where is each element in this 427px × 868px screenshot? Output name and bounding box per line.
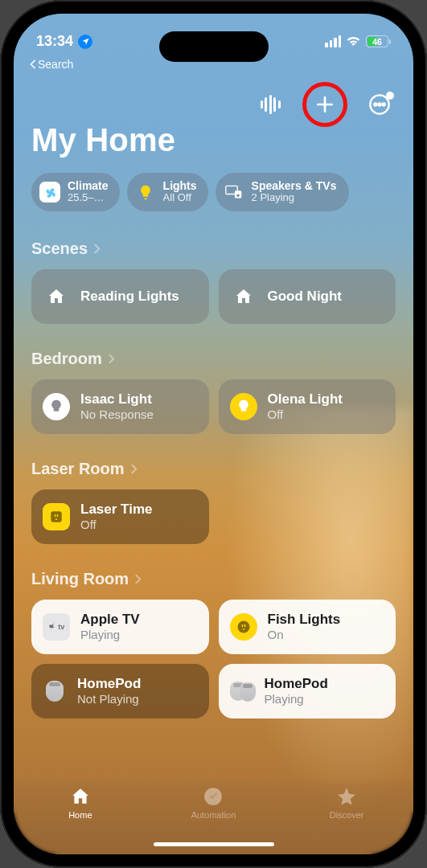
chevron-right-icon bbox=[134, 573, 142, 585]
homepod-pair-icon bbox=[230, 679, 254, 703]
accessory-apple-tv[interactable]: tv Apple TV Playing bbox=[31, 600, 209, 654]
scene-good-night[interactable]: Good Night bbox=[219, 269, 396, 324]
scenes-header[interactable]: Scenes bbox=[31, 240, 396, 258]
cellular-icon bbox=[325, 35, 341, 47]
pill-status: All Off bbox=[163, 192, 197, 203]
home-indicator[interactable] bbox=[154, 842, 274, 846]
fan-icon bbox=[39, 182, 60, 203]
svg-rect-7 bbox=[51, 511, 62, 522]
tile-title: Laser Time bbox=[80, 502, 152, 518]
pill-label: Lights bbox=[163, 180, 197, 192]
dynamic-island bbox=[159, 31, 269, 62]
living-room-header[interactable]: Living Room bbox=[31, 570, 396, 588]
tile-status: Playing bbox=[265, 692, 328, 706]
page-title: My Home bbox=[31, 122, 396, 158]
section-title: Bedroom bbox=[31, 350, 102, 368]
add-accessory-highlight bbox=[302, 82, 347, 127]
pill-label: Speakers & TVs bbox=[252, 180, 337, 192]
tile-title: HomePod bbox=[77, 676, 141, 692]
home-settings-button[interactable] bbox=[363, 88, 396, 121]
svg-point-3 bbox=[383, 103, 385, 105]
location-icon bbox=[78, 35, 92, 49]
tile-status: Playing bbox=[80, 628, 140, 641]
section-title: Scenes bbox=[31, 240, 88, 258]
laser-room-header[interactable]: Laser Room bbox=[31, 460, 396, 478]
tab-label: Automation bbox=[191, 810, 236, 820]
status-pills: Climate 25.5–… Lights All Off bbox=[31, 173, 396, 211]
section-title: Living Room bbox=[31, 570, 129, 588]
pill-status: 25.5–… bbox=[68, 192, 109, 203]
tile-status: Off bbox=[80, 518, 152, 531]
back-label: Search bbox=[38, 58, 73, 71]
chevron-right-icon bbox=[108, 353, 115, 365]
clock-check-icon bbox=[202, 786, 224, 807]
add-button[interactable] bbox=[314, 94, 335, 115]
tile-title: Reading Lights bbox=[80, 289, 179, 305]
star-icon bbox=[335, 786, 358, 807]
svg-rect-12 bbox=[241, 624, 243, 627]
house-icon bbox=[230, 283, 257, 310]
svg-point-2 bbox=[378, 103, 380, 105]
chevron-right-icon bbox=[93, 243, 101, 255]
svg-rect-8 bbox=[55, 514, 56, 517]
tv-speaker-icon bbox=[224, 182, 244, 203]
appletv-icon: tv bbox=[43, 613, 70, 641]
bulb-icon bbox=[135, 182, 156, 203]
tab-label: Discover bbox=[330, 810, 364, 820]
svg-point-11 bbox=[237, 620, 249, 633]
house-icon bbox=[43, 283, 70, 310]
lightbulb-icon bbox=[230, 393, 257, 420]
climate-pill[interactable]: Climate 25.5–… bbox=[31, 173, 120, 211]
svg-point-10 bbox=[55, 518, 57, 520]
waveform-icon bbox=[261, 95, 281, 114]
speakers-pill[interactable]: Speakers & TVs 2 Playing bbox=[216, 173, 350, 211]
tile-title: Apple TV bbox=[80, 612, 140, 628]
announce-button[interactable] bbox=[254, 88, 286, 121]
tile-title: HomePod bbox=[265, 676, 328, 692]
bedroom-header[interactable]: Bedroom bbox=[31, 350, 396, 368]
section-title: Laser Room bbox=[31, 460, 125, 478]
outlet-icon bbox=[230, 613, 257, 641]
tab-automation[interactable]: Automation bbox=[169, 786, 257, 820]
svg-point-6 bbox=[236, 194, 239, 196]
tab-home[interactable]: Home bbox=[36, 786, 125, 820]
accessory-fish-lights[interactable]: Fish Lights On bbox=[219, 600, 396, 654]
lights-pill[interactable]: Lights All Off bbox=[127, 173, 208, 211]
tile-status: No Response bbox=[80, 407, 154, 421]
accessory-isaac-light[interactable]: Isaac Light No Response bbox=[31, 379, 209, 434]
clock: 13:34 bbox=[36, 33, 73, 50]
tile-title: Fish Lights bbox=[268, 612, 341, 628]
tab-discover[interactable]: Discover bbox=[302, 786, 391, 820]
outlet-icon bbox=[43, 503, 70, 530]
scene-reading-lights[interactable]: Reading Lights bbox=[31, 269, 209, 324]
house-icon bbox=[69, 786, 92, 807]
battery-indicator: 46 bbox=[366, 35, 391, 47]
tile-title: Good Night bbox=[268, 289, 343, 305]
back-to-search[interactable]: Search bbox=[30, 58, 73, 71]
tab-label: Home bbox=[68, 810, 92, 820]
wifi-icon bbox=[346, 35, 361, 49]
plus-icon bbox=[314, 94, 335, 115]
accessory-olena-light[interactable]: Olena Light Off bbox=[219, 379, 396, 434]
accessory-homepod-1[interactable]: HomePod Not Playing bbox=[31, 664, 209, 719]
notification-dot bbox=[386, 92, 394, 100]
tile-status: Not Playing bbox=[77, 692, 141, 706]
accessory-laser-time[interactable]: Laser Time Off bbox=[31, 489, 209, 544]
tile-status: On bbox=[268, 628, 341, 641]
chevron-right-icon bbox=[130, 463, 138, 475]
tile-title: Olena Light bbox=[268, 391, 343, 407]
pill-status: 2 Playing bbox=[252, 192, 337, 203]
svg-point-1 bbox=[374, 103, 376, 105]
lightbulb-icon bbox=[43, 393, 70, 420]
homepod-icon bbox=[43, 679, 67, 703]
svg-rect-9 bbox=[57, 514, 59, 517]
svg-point-14 bbox=[243, 628, 244, 630]
svg-rect-13 bbox=[244, 624, 245, 627]
accessory-homepod-2[interactable]: HomePod Playing bbox=[219, 664, 396, 719]
pill-label: Climate bbox=[68, 180, 109, 192]
tile-title: Isaac Light bbox=[80, 391, 154, 407]
tile-status: Off bbox=[268, 407, 343, 421]
